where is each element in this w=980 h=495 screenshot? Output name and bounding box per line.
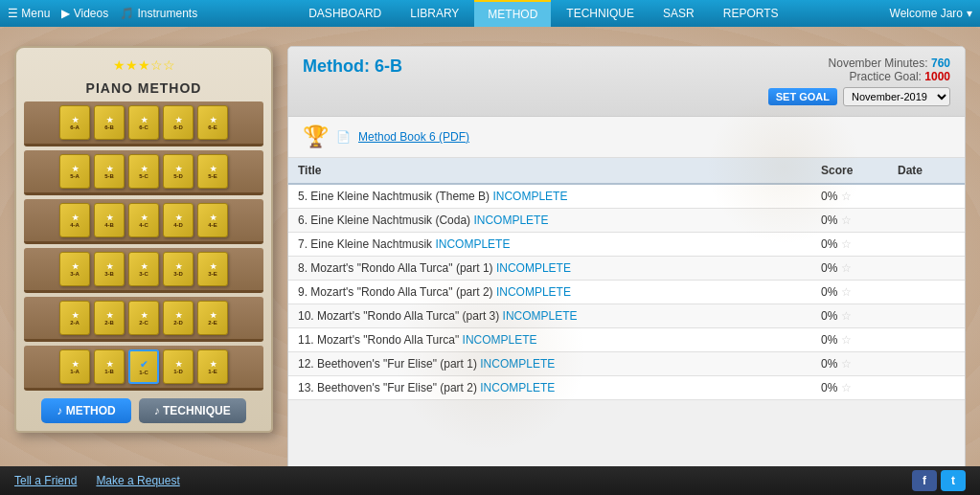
book-1e[interactable]: ★ 1-E	[197, 349, 228, 384]
social-icons: f t	[912, 470, 966, 491]
song-status[interactable]: INCOMPLETE	[480, 381, 555, 394]
song-title-cell: 7. Eine Kleine Nachtmusik INCOMPLETE	[288, 233, 811, 257]
book-6c[interactable]: ★ 6-C	[128, 105, 159, 140]
set-goal-row: SET GOAL November-2019 October-2019 Sept…	[768, 87, 950, 106]
book-6d[interactable]: ★ 6-D	[163, 105, 194, 140]
book-5d[interactable]: ★ 5-D	[163, 154, 194, 189]
favorite-star-icon[interactable]: ☆	[841, 309, 852, 323]
menu-button[interactable]: ☰ Menu	[8, 7, 50, 20]
book-4b[interactable]: ★ 4-B	[94, 203, 125, 237]
book-3a[interactable]: ★ 3-A	[59, 252, 90, 286]
favorite-star-icon[interactable]: ☆	[841, 261, 852, 275]
book-1b[interactable]: ★ 1-B	[94, 349, 125, 384]
pdf-link[interactable]: Method Book 6 (PDF)	[358, 130, 469, 144]
song-title-cell: 6. Eine Kleine Nachtmusik (Coda) INCOMPL…	[288, 209, 811, 233]
tab-method[interactable]: METHOD	[474, 0, 551, 27]
user-dropdown-icon[interactable]: ▾	[967, 7, 972, 20]
song-status[interactable]: INCOMPLETE	[496, 261, 571, 275]
method-button[interactable]: ♪ METHOD	[41, 398, 130, 423]
song-date-cell	[888, 352, 965, 376]
book-6e[interactable]: ★ 6-E	[197, 105, 228, 140]
song-date-cell	[888, 304, 965, 328]
favorite-star-icon[interactable]: ☆	[841, 190, 852, 203]
song-date-cell	[888, 281, 965, 304]
table-row: 5. Eine Kleine Nachtmusik (Theme B) INCO…	[288, 184, 965, 209]
songs-table-container[interactable]: Title Score Date 5. Eine Kleine Nachtmus…	[288, 158, 965, 476]
song-title-cell: 9. Mozart's "Rondo Alla Turca" (part 2) …	[288, 281, 811, 304]
book-3c[interactable]: ★ 3-C	[128, 252, 159, 286]
nav-center: DASHBOARD LIBRARY METHOD TECHNIQUE SASR …	[295, 0, 791, 27]
favorite-star-icon[interactable]: ☆	[841, 237, 852, 251]
book-2c[interactable]: ★ 2-C	[128, 301, 159, 335]
th-title: Title	[288, 158, 811, 184]
song-status[interactable]: INCOMPLETE	[463, 333, 537, 347]
song-status[interactable]: INCOMPLETE	[473, 214, 548, 227]
song-date-cell	[888, 184, 965, 209]
content-header: Method: 6-B November Minutes: 760 Practi…	[288, 47, 965, 117]
tab-dashboard[interactable]: DASHBOARD	[295, 0, 395, 27]
welcome-label: Welcome Jaro	[890, 7, 963, 20]
book-1a[interactable]: ★ 1-A	[59, 349, 90, 384]
month-select[interactable]: November-2019 October-2019 September-201…	[843, 87, 950, 106]
book-1c[interactable]: ✔ 1-C	[128, 349, 159, 384]
book-1d[interactable]: ★ 1-D	[163, 349, 194, 384]
tell-a-friend-link[interactable]: Tell a Friend	[14, 474, 77, 487]
favorite-star-icon[interactable]: ☆	[841, 333, 852, 347]
instruments-link[interactable]: 🎵 Instruments	[120, 7, 197, 20]
tab-library[interactable]: LIBRARY	[397, 0, 472, 27]
book-3d[interactable]: ★ 3-D	[163, 252, 194, 286]
table-row: 10. Mozart's "Rondo Alla Turca" (part 3)…	[288, 304, 965, 328]
table-row: 11. Mozart's "Rondo Alla Turca" INCOMPLE…	[288, 328, 965, 352]
song-title-cell: 13. Beethoven's "Fur Elise" (part 2) INC…	[288, 376, 811, 400]
song-status[interactable]: INCOMPLETE	[492, 190, 567, 203]
book-5a[interactable]: ★ 5-A	[59, 154, 90, 189]
main-area: ★★★☆☆ PIANO METHOD ★ 6-A ★ 6-B ★ 6-C ★ 6…	[0, 27, 980, 495]
book-3e[interactable]: ★ 3-E	[197, 252, 228, 286]
favorite-star-icon[interactable]: ☆	[841, 214, 852, 227]
book-2d[interactable]: ★ 2-D	[163, 301, 194, 335]
tab-reports[interactable]: REPORTS	[710, 0, 792, 27]
song-score-cell: 0% ☆	[811, 352, 888, 376]
set-goal-button[interactable]: SET GOAL	[768, 88, 837, 105]
shelf-buttons: ♪ METHOD ♪ TECHNIQUE	[24, 398, 263, 423]
song-status[interactable]: INCOMPLETE	[480, 357, 555, 371]
favorite-star-icon[interactable]: ☆	[841, 357, 852, 371]
favorite-star-icon[interactable]: ☆	[841, 285, 852, 299]
tab-sasr[interactable]: SASR	[650, 0, 708, 27]
table-row: 7. Eine Kleine Nachtmusik INCOMPLETE 0% …	[288, 233, 965, 257]
book-4e[interactable]: ★ 4-E	[197, 203, 228, 237]
book-4a[interactable]: ★ 4-A	[59, 203, 90, 237]
shelf-row-2: ★ 2-A ★ 2-B ★ 2-C ★ 2-D ★ 2-E	[24, 297, 263, 342]
song-title-cell: 10. Mozart's "Rondo Alla Turca" (part 3)…	[288, 304, 811, 328]
technique-button[interactable]: ♪ TECHNIQUE	[139, 398, 246, 423]
table-row: 8. Mozart's "Rondo Alla Turca" (part 1) …	[288, 257, 965, 281]
table-header-row: Title Score Date	[288, 158, 965, 184]
november-minutes-label: November Minutes:	[829, 56, 928, 70]
tab-technique[interactable]: TECHNIQUE	[553, 0, 648, 27]
book-3b[interactable]: ★ 3-B	[94, 252, 125, 286]
song-status[interactable]: INCOMPLETE	[435, 237, 510, 251]
book-5b[interactable]: ★ 5-B	[94, 154, 125, 189]
song-status[interactable]: INCOMPLETE	[503, 309, 578, 323]
book-6b[interactable]: ★ 6-B	[94, 105, 125, 140]
book-4c[interactable]: ★ 4-C	[128, 203, 159, 237]
bookshelf-title: PIANO METHOD	[24, 80, 263, 96]
make-a-request-link[interactable]: Make a Request	[96, 474, 179, 487]
song-score-cell: 0% ☆	[811, 233, 888, 257]
song-status[interactable]: INCOMPLETE	[496, 285, 571, 299]
book-5e[interactable]: ★ 5-E	[197, 154, 228, 189]
shelf-row-6: ★ 6-A ★ 6-B ★ 6-C ★ 6-D ★ 6-E	[24, 101, 263, 146]
book-2b[interactable]: ★ 2-B	[94, 301, 125, 335]
book-5c[interactable]: ★ 5-C	[128, 154, 159, 189]
method-label: Method:	[303, 56, 370, 76]
book-2e[interactable]: ★ 2-E	[197, 301, 228, 335]
favorite-star-icon[interactable]: ☆	[841, 381, 852, 394]
header-right: November Minutes: 760 Practice Goal: 100…	[768, 56, 950, 106]
song-date-cell	[888, 328, 965, 352]
twitter-button[interactable]: t	[941, 470, 966, 491]
videos-link[interactable]: ▶ Videos	[61, 7, 108, 20]
book-4d[interactable]: ★ 4-D	[163, 203, 194, 237]
facebook-button[interactable]: f	[912, 470, 937, 491]
book-2a[interactable]: ★ 2-A	[59, 301, 90, 335]
book-6a[interactable]: ★ 6-A	[59, 105, 90, 140]
